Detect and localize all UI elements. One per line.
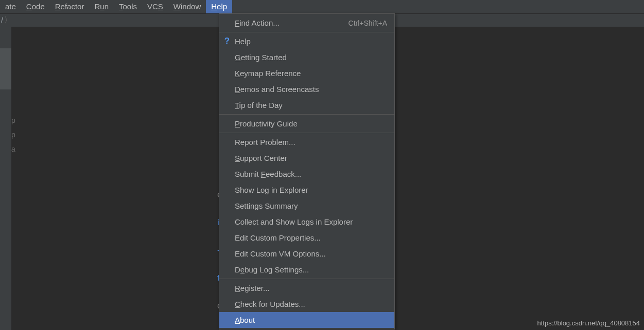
help-menu-dropdown: Find Action...Ctrl+Shift+A?HelpGetting S…	[219, 13, 395, 329]
menu-item-edit-custom-vm-options[interactable]: Edit Custom VM Options...	[219, 246, 394, 262]
menu-item-report-problem[interactable]: Report Problem...	[219, 134, 394, 150]
menu-item-show-log-in-explorer[interactable]: Show Log in Explorer	[219, 182, 394, 198]
menu-item-label: About	[235, 316, 387, 324]
menu-item-settings-summary[interactable]: Settings Summary	[219, 198, 394, 214]
menu-item-label: Check for Updates...	[235, 300, 387, 308]
menubar: ateCodeRefactorRunToolsVCSWindowHelp	[0, 0, 644, 13]
menu-item-label: Debug Log Settings...	[235, 265, 387, 274]
menu-separator	[219, 133, 394, 133]
menu-item-support-center[interactable]: Support Center	[219, 150, 394, 166]
menubar-item-help[interactable]: Help	[206, 0, 232, 13]
menu-item-keymap-reference[interactable]: Keymap Reference	[219, 65, 394, 81]
gutter: ppa	[11, 113, 18, 156]
watermark: https://blog.csdn.net/qq_40808154	[537, 319, 640, 327]
question-icon: ?	[222, 36, 232, 46]
menu-item-label: Getting Started	[235, 53, 387, 62]
menu-separator	[219, 279, 394, 279]
menu-item-label: Report Problem...	[235, 138, 387, 146]
menu-item-label: Help	[235, 37, 387, 46]
breadcrumb-text: /	[1, 15, 3, 24]
menu-item-check-for-updates[interactable]: Check for Updates...	[219, 296, 394, 312]
menu-item-register[interactable]: Register...	[219, 280, 394, 296]
gutter-char: a	[11, 142, 18, 156]
menu-item-about[interactable]: About	[219, 312, 394, 328]
menubar-item-code[interactable]: Code	[21, 0, 50, 13]
tool-window-bar-left	[0, 27, 11, 330]
menubar-item-vcs[interactable]: VCS	[142, 0, 168, 13]
menu-item-edit-custom-properties[interactable]: Edit Custom Properties...	[219, 230, 394, 246]
tool-window-tab[interactable]	[0, 48, 11, 89]
menu-item-tip-of-the-day[interactable]: Tip of the Day	[219, 97, 394, 113]
menubar-item-run[interactable]: Run	[89, 0, 114, 13]
menu-item-label: Collect and Show Logs in Explorer	[235, 217, 387, 226]
menubar-item-tools[interactable]: Tools	[114, 0, 142, 13]
menu-item-shortcut: Ctrl+Shift+A	[349, 19, 387, 27]
menu-separator	[219, 32, 394, 32]
gutter-char: p	[11, 127, 18, 142]
menu-item-label: Edit Custom Properties...	[235, 233, 387, 242]
menu-item-help[interactable]: ?Help	[219, 33, 394, 49]
chevron-right-icon: 〉	[4, 15, 12, 24]
menu-item-label: Find Action...	[235, 19, 349, 27]
menu-item-label: Demos and Screencasts	[235, 85, 387, 94]
menu-item-submit-feedback[interactable]: Submit Feedback...	[219, 166, 394, 182]
menu-item-label: Show Log in Explorer	[235, 186, 387, 194]
menu-item-demos-and-screencasts[interactable]: Demos and Screencasts	[219, 81, 394, 97]
menu-item-label: Submit Feedback...	[235, 170, 387, 178]
gutter-char: p	[11, 113, 18, 127]
menu-item-collect-and-show-logs-in-explorer[interactable]: Collect and Show Logs in Explorer	[219, 214, 394, 230]
menu-item-getting-started[interactable]: Getting Started	[219, 49, 394, 65]
menu-item-label: Settings Summary	[235, 201, 387, 210]
menu-item-label: Keymap Reference	[235, 69, 387, 78]
menu-item-find-action[interactable]: Find Action...Ctrl+Shift+A	[219, 15, 394, 31]
menubar-item-ate[interactable]: ate	[0, 0, 21, 13]
menu-item-label: Productivity Guide	[235, 119, 387, 128]
menu-item-debug-log-settings[interactable]: Debug Log Settings...	[219, 262, 394, 278]
menu-separator	[219, 114, 394, 115]
menubar-item-window[interactable]: Window	[168, 0, 206, 13]
menu-item-label: Tip of the Day	[235, 101, 387, 109]
menubar-item-refactor[interactable]: Refactor	[50, 0, 90, 13]
menu-item-productivity-guide[interactable]: Productivity Guide	[219, 116, 394, 132]
menu-item-label: Edit Custom VM Options...	[235, 249, 387, 258]
menu-item-label: Support Center	[235, 154, 387, 162]
menu-item-label: Register...	[235, 284, 387, 292]
